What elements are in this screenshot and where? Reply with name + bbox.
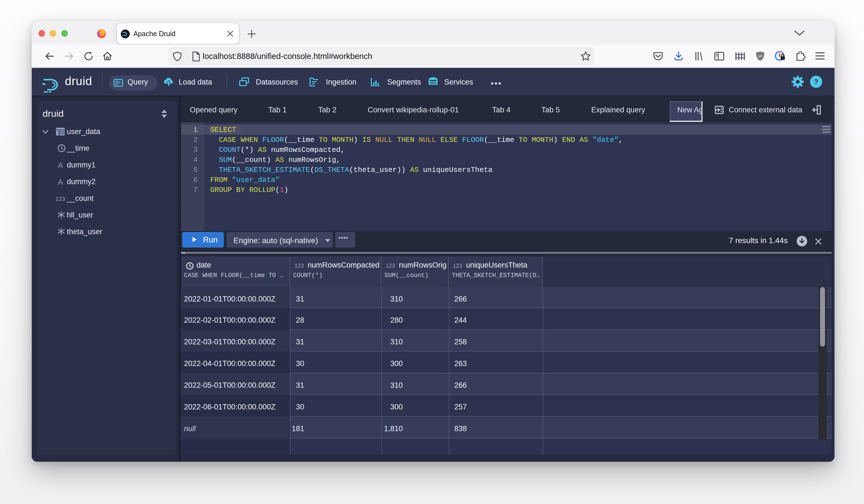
svg-text:?: ?	[814, 77, 818, 86]
svg-text:u0: u0	[758, 54, 762, 58]
